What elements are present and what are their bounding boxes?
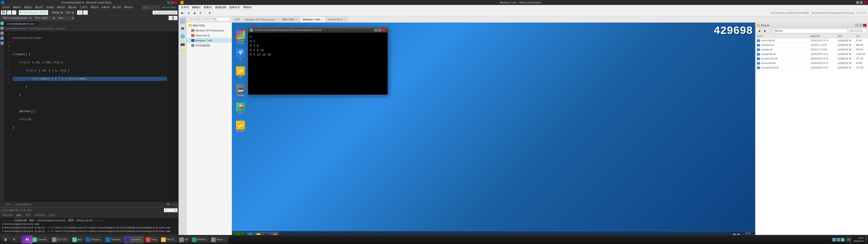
vmware-suspend[interactable]: ⏸ [186,11,191,15]
rfp-col-size[interactable]: 大小 [855,34,868,38]
rfp-min-btn[interactable]: ─ [855,24,859,27]
output-wrap-btn[interactable]: ↵ [168,208,173,212]
tb-run[interactable]: ▶ 本地 Windows 调试器 [19,10,48,15]
rfp-row-2[interactable]: ucrtbased.dll 2018/1/17 16:56 应用程序扩展 896… [755,43,868,48]
rfp-col-name[interactable]: 名称 ▾ [755,34,809,38]
vmware-menu-vm[interactable]: 虚拟机(M) [214,5,228,9]
tb-redo[interactable]: ↪ [12,10,16,15]
rfp-col-date[interactable]: 修改日期 [809,34,836,38]
console-controls[interactable]: ─ □ ✕ [374,28,386,32]
menu-test[interactable]: 测试(S) [89,5,100,9]
vm-tab-win7[interactable]: Windows 7 x64 ✕ [300,17,326,22]
menu-help[interactable]: 帮助(H) [123,5,133,9]
menu-view[interactable]: 视图(V) [23,5,33,9]
rfp-controls[interactable]: ─ □ ✕ [855,24,867,27]
vm-act-vm[interactable]: 💻 [180,25,186,32]
vmware-maximize-btn[interactable] [860,1,863,4]
desktop-icon-pc[interactable]: 💻 此电脑 [233,84,248,98]
tab-close-btn[interactable]: ✕ [35,22,36,25]
rfp-address-input[interactable] [774,29,848,33]
tb-undo[interactable]: ↩ [7,10,11,15]
vm-act-home[interactable]: 🏠 [180,18,186,24]
vm-tab-winxp-close[interactable]: ✕ [275,18,276,21]
vs-window-controls[interactable] [167,1,177,4]
tb-windows-btn[interactable]: Windows... [84,236,103,243]
vs-search-input[interactable] [142,6,160,9]
vm-tree-my-computer[interactable]: 我的计算机 [187,23,232,28]
vmware-menu-edit[interactable]: 编辑(E) [191,5,202,9]
win7-desktop[interactable]: 🌐 Google Chrome 🌍 IE 📁 x86 💻 此电脑 [232,23,755,239]
vmware-settings[interactable]: ⚙ [207,11,213,15]
rfp-up-btn[interactable]: ↑ [769,29,773,33]
menu-window[interactable]: 窗口(W) [112,5,123,9]
vmware-restart[interactable]: ⟳ [198,11,203,15]
tb-x86-btn[interactable]: x86 [178,236,190,243]
rfp-forward-btn[interactable]: ▶ [763,29,768,33]
desktop-icon-folder[interactable]: 📁 x86 [233,65,248,79]
rfp-search-input[interactable] [848,29,867,33]
tb-wechat-btn[interactable]: 微信 [71,236,84,243]
vm-search-input[interactable] [188,17,230,21]
activity-search[interactable] [0,27,4,30]
vm-tab-home[interactable]: 主页 [232,17,243,22]
code-content[interactable]: #include <iostream> int main() { for (in… [11,31,167,202]
output-tab-locals[interactable]: 局部变量 [33,213,46,217]
rfp-col-type[interactable]: 类型 [836,34,855,38]
console-max-btn[interactable]: □ [378,28,382,32]
tb-thread-select[interactable]: 4612 主线程 [33,16,56,20]
desktop-icon-remote[interactable]: 📂 Remote [233,120,248,133]
editor-tab-main[interactable]: ConsoleApplication4.cpp ✕ [4,21,39,26]
output-clear-btn[interactable]: 🗑 [164,208,168,212]
rfp-row-5[interactable]: vcruntime140.dll 2018/10/29 14:14 应用程序扩展… [755,57,868,61]
vmware-menu-view[interactable]: 查看(V) [202,5,213,9]
tb-vnc-btn[interactable]: VNcite - ... [210,236,228,243]
vs-close-btn[interactable] [175,1,177,4]
output-tab-debug[interactable]: 调试 [24,213,33,217]
output-tab-output[interactable]: 输出 [15,213,24,218]
vm-act-snap[interactable]: 📸 [180,41,186,47]
vmware-menu-tabs[interactable]: 选项卡(T) [228,5,241,9]
menu-project[interactable]: 项目(P) [34,5,44,9]
output-find-btn[interactable]: 🔍 [173,208,178,212]
vs-maximize-btn[interactable] [171,1,174,4]
tb-console4-btn[interactable]: Console4... [124,236,144,243]
output-tab-errors[interactable]: 错误列表 [1,213,14,217]
rfp-max-btn[interactable]: □ [859,24,863,27]
output-tab-watch[interactable]: 监视 1 [47,213,58,217]
tb-process-select[interactable]: 4880 ConsoleApplication4.exe [1,16,33,20]
ai-button[interactable]: Ai [22,236,33,244]
tb-commits-btn[interactable]: Commits... [31,236,50,243]
tb-nav-forward[interactable]: ▶ [174,16,178,20]
activity-git[interactable] [0,32,4,35]
host-start-btn[interactable]: ⊞ [1,236,10,243]
vm-tab-win7-close[interactable]: ✕ [320,18,322,21]
rfp-row-6[interactable]: vcomp140d.dll 2018/10/29 14:14 应用程序扩展 19… [755,61,868,65]
desktop-icon-ie[interactable]: 🌍 IE [233,48,248,61]
menu-debug[interactable]: 调试(D) [56,5,66,9]
desktop-icon-app[interactable]: 📦 应用 [233,102,248,116]
tb-application-insights[interactable]: 🔍 Application Insights [153,11,178,14]
tb-frame-select[interactable]: main [57,16,74,20]
vmware-stop[interactable]: ■ [192,11,197,15]
vm-tree-win7[interactable]: Windows 7 x64 [187,38,232,43]
rfp-back-btn[interactable]: ◀ [757,29,762,33]
vmware-power-on[interactable]: ▶ [180,11,185,15]
tb-platform-select[interactable]: x86 [64,11,74,15]
vm-act-net[interactable]: 🌐 [180,33,186,39]
menu-file[interactable]: 文件(F) [1,5,11,9]
vm-tab-ubuntu[interactable]: Ubuntu 64 位 ✕ [325,17,348,22]
console-window[interactable]: C:\Users\FlushHlp\Desktop\Remote\Console… [248,27,388,95]
menu-tools[interactable]: 工具(T) [79,5,89,9]
vmware-menu-file[interactable]: 文件(F) [180,5,190,9]
tb-lang-indicator[interactable]: x86 [846,237,852,243]
console-close-btn[interactable]: ✕ [382,28,386,32]
vm-tab-ubuntu-close[interactable]: ✕ [344,18,345,21]
activity-explorer[interactable] [0,22,4,25]
rfp-row-3[interactable]: ucrtbase.dll 2018/1/17 16:56 应用程序扩展 998 … [755,48,868,52]
vm-tree-demo[interactable]: 演示的虚拟机 [187,43,232,48]
tb-settings[interactable]: ⚙ [83,10,88,15]
tb-hanchars-btn[interactable]: 汉文·CSS... [51,236,70,243]
tb-search-btn[interactable]: 🔍 [10,236,19,243]
tb-save[interactable]: 💾 [1,10,6,15]
tb-debug-btn[interactable]: Debug [144,236,159,243]
